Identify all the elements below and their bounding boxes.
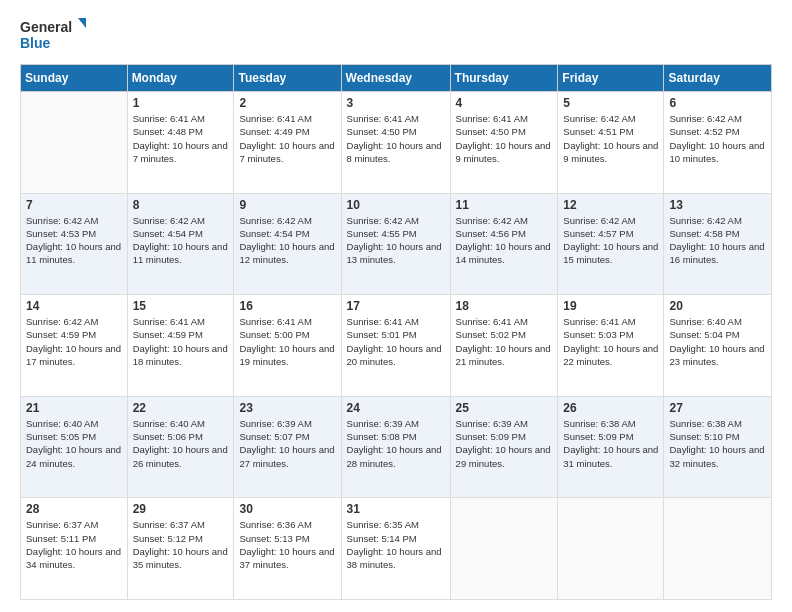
day-cell: 1Sunrise: 6:41 AMSunset: 4:48 PMDaylight… <box>127 92 234 194</box>
col-friday: Friday <box>558 65 664 92</box>
day-number: 27 <box>669 401 766 415</box>
day-cell: 31Sunrise: 6:35 AMSunset: 5:14 PMDayligh… <box>341 498 450 600</box>
day-cell: 29Sunrise: 6:37 AMSunset: 5:12 PMDayligh… <box>127 498 234 600</box>
day-cell: 22Sunrise: 6:40 AMSunset: 5:06 PMDayligh… <box>127 396 234 498</box>
day-cell <box>450 498 558 600</box>
svg-marker-2 <box>78 18 86 28</box>
day-number: 11 <box>456 198 553 212</box>
day-cell: 21Sunrise: 6:40 AMSunset: 5:05 PMDayligh… <box>21 396 128 498</box>
week-row-2: 7Sunrise: 6:42 AMSunset: 4:53 PMDaylight… <box>21 193 772 295</box>
day-info: Sunrise: 6:41 AMSunset: 4:48 PMDaylight:… <box>133 113 228 164</box>
day-number: 1 <box>133 96 229 110</box>
day-number: 8 <box>133 198 229 212</box>
day-cell: 12Sunrise: 6:42 AMSunset: 4:57 PMDayligh… <box>558 193 664 295</box>
day-cell: 13Sunrise: 6:42 AMSunset: 4:58 PMDayligh… <box>664 193 772 295</box>
logo: General Blue <box>20 16 90 56</box>
day-info: Sunrise: 6:39 AMSunset: 5:09 PMDaylight:… <box>456 418 551 469</box>
day-info: Sunrise: 6:41 AMSunset: 4:50 PMDaylight:… <box>456 113 551 164</box>
day-cell: 11Sunrise: 6:42 AMSunset: 4:56 PMDayligh… <box>450 193 558 295</box>
day-info: Sunrise: 6:40 AMSunset: 5:04 PMDaylight:… <box>669 316 764 367</box>
week-row-5: 28Sunrise: 6:37 AMSunset: 5:11 PMDayligh… <box>21 498 772 600</box>
day-cell: 8Sunrise: 6:42 AMSunset: 4:54 PMDaylight… <box>127 193 234 295</box>
day-info: Sunrise: 6:37 AMSunset: 5:11 PMDaylight:… <box>26 519 121 570</box>
day-number: 5 <box>563 96 658 110</box>
day-cell <box>664 498 772 600</box>
col-tuesday: Tuesday <box>234 65 341 92</box>
day-cell: 3Sunrise: 6:41 AMSunset: 4:50 PMDaylight… <box>341 92 450 194</box>
day-cell: 20Sunrise: 6:40 AMSunset: 5:04 PMDayligh… <box>664 295 772 397</box>
day-cell: 26Sunrise: 6:38 AMSunset: 5:09 PMDayligh… <box>558 396 664 498</box>
day-info: Sunrise: 6:41 AMSunset: 4:59 PMDaylight:… <box>133 316 228 367</box>
day-info: Sunrise: 6:37 AMSunset: 5:12 PMDaylight:… <box>133 519 228 570</box>
calendar-table: Sunday Monday Tuesday Wednesday Thursday… <box>20 64 772 600</box>
day-cell: 7Sunrise: 6:42 AMSunset: 4:53 PMDaylight… <box>21 193 128 295</box>
day-info: Sunrise: 6:39 AMSunset: 5:08 PMDaylight:… <box>347 418 442 469</box>
day-number: 4 <box>456 96 553 110</box>
day-cell: 17Sunrise: 6:41 AMSunset: 5:01 PMDayligh… <box>341 295 450 397</box>
day-cell: 6Sunrise: 6:42 AMSunset: 4:52 PMDaylight… <box>664 92 772 194</box>
day-info: Sunrise: 6:42 AMSunset: 4:52 PMDaylight:… <box>669 113 764 164</box>
day-number: 13 <box>669 198 766 212</box>
day-cell: 16Sunrise: 6:41 AMSunset: 5:00 PMDayligh… <box>234 295 341 397</box>
logo-svg: General Blue <box>20 16 90 56</box>
day-number: 31 <box>347 502 445 516</box>
day-number: 15 <box>133 299 229 313</box>
day-cell: 4Sunrise: 6:41 AMSunset: 4:50 PMDaylight… <box>450 92 558 194</box>
day-info: Sunrise: 6:42 AMSunset: 4:53 PMDaylight:… <box>26 215 121 266</box>
day-info: Sunrise: 6:40 AMSunset: 5:06 PMDaylight:… <box>133 418 228 469</box>
svg-text:General: General <box>20 19 72 35</box>
day-cell: 15Sunrise: 6:41 AMSunset: 4:59 PMDayligh… <box>127 295 234 397</box>
day-cell: 18Sunrise: 6:41 AMSunset: 5:02 PMDayligh… <box>450 295 558 397</box>
day-info: Sunrise: 6:42 AMSunset: 4:56 PMDaylight:… <box>456 215 551 266</box>
day-cell <box>21 92 128 194</box>
day-number: 19 <box>563 299 658 313</box>
day-info: Sunrise: 6:42 AMSunset: 4:55 PMDaylight:… <box>347 215 442 266</box>
day-cell: 24Sunrise: 6:39 AMSunset: 5:08 PMDayligh… <box>341 396 450 498</box>
day-number: 2 <box>239 96 335 110</box>
day-info: Sunrise: 6:36 AMSunset: 5:13 PMDaylight:… <box>239 519 334 570</box>
col-monday: Monday <box>127 65 234 92</box>
header: General Blue <box>20 16 772 56</box>
col-wednesday: Wednesday <box>341 65 450 92</box>
day-cell: 2Sunrise: 6:41 AMSunset: 4:49 PMDaylight… <box>234 92 341 194</box>
day-number: 25 <box>456 401 553 415</box>
day-cell: 25Sunrise: 6:39 AMSunset: 5:09 PMDayligh… <box>450 396 558 498</box>
day-cell: 9Sunrise: 6:42 AMSunset: 4:54 PMDaylight… <box>234 193 341 295</box>
day-info: Sunrise: 6:41 AMSunset: 5:01 PMDaylight:… <box>347 316 442 367</box>
col-saturday: Saturday <box>664 65 772 92</box>
day-info: Sunrise: 6:42 AMSunset: 4:57 PMDaylight:… <box>563 215 658 266</box>
day-info: Sunrise: 6:41 AMSunset: 5:03 PMDaylight:… <box>563 316 658 367</box>
day-info: Sunrise: 6:41 AMSunset: 5:02 PMDaylight:… <box>456 316 551 367</box>
day-number: 30 <box>239 502 335 516</box>
calendar-page: General Blue Sunday Monday Tuesday Wedne… <box>0 0 792 612</box>
svg-text:Blue: Blue <box>20 35 51 51</box>
day-info: Sunrise: 6:42 AMSunset: 4:58 PMDaylight:… <box>669 215 764 266</box>
day-cell: 14Sunrise: 6:42 AMSunset: 4:59 PMDayligh… <box>21 295 128 397</box>
day-info: Sunrise: 6:38 AMSunset: 5:10 PMDaylight:… <box>669 418 764 469</box>
week-row-1: 1Sunrise: 6:41 AMSunset: 4:48 PMDaylight… <box>21 92 772 194</box>
day-number: 18 <box>456 299 553 313</box>
day-number: 9 <box>239 198 335 212</box>
day-info: Sunrise: 6:35 AMSunset: 5:14 PMDaylight:… <box>347 519 442 570</box>
day-info: Sunrise: 6:41 AMSunset: 5:00 PMDaylight:… <box>239 316 334 367</box>
day-info: Sunrise: 6:42 AMSunset: 4:54 PMDaylight:… <box>133 215 228 266</box>
day-cell: 28Sunrise: 6:37 AMSunset: 5:11 PMDayligh… <box>21 498 128 600</box>
col-thursday: Thursday <box>450 65 558 92</box>
day-number: 12 <box>563 198 658 212</box>
day-info: Sunrise: 6:39 AMSunset: 5:07 PMDaylight:… <box>239 418 334 469</box>
day-number: 7 <box>26 198 122 212</box>
day-number: 20 <box>669 299 766 313</box>
day-number: 14 <box>26 299 122 313</box>
header-row: Sunday Monday Tuesday Wednesday Thursday… <box>21 65 772 92</box>
day-number: 26 <box>563 401 658 415</box>
day-number: 23 <box>239 401 335 415</box>
day-info: Sunrise: 6:40 AMSunset: 5:05 PMDaylight:… <box>26 418 121 469</box>
day-info: Sunrise: 6:41 AMSunset: 4:49 PMDaylight:… <box>239 113 334 164</box>
day-number: 10 <box>347 198 445 212</box>
day-number: 29 <box>133 502 229 516</box>
day-number: 3 <box>347 96 445 110</box>
day-number: 22 <box>133 401 229 415</box>
day-cell <box>558 498 664 600</box>
week-row-4: 21Sunrise: 6:40 AMSunset: 5:05 PMDayligh… <box>21 396 772 498</box>
day-cell: 19Sunrise: 6:41 AMSunset: 5:03 PMDayligh… <box>558 295 664 397</box>
